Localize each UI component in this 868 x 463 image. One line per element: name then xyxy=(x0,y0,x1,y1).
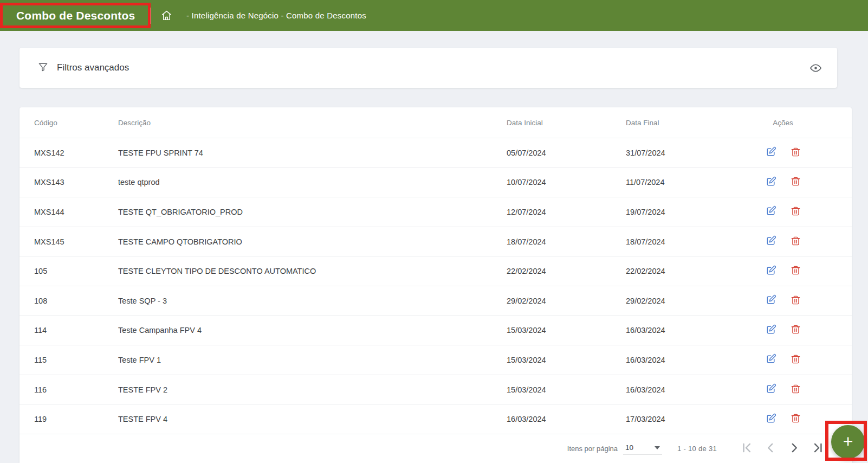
next-page-button[interactable] xyxy=(787,441,801,456)
delete-button[interactable] xyxy=(791,413,801,425)
delete-icon xyxy=(791,384,801,396)
table-row: MXS145 TESTE CAMPO QTOBRIGATORIO 18/07/2… xyxy=(20,227,852,257)
cell-data-inicial: 18/07/2024 xyxy=(507,237,626,246)
delete-button[interactable] xyxy=(791,176,801,188)
pagination-nav xyxy=(740,441,825,456)
cell-codigo: 108 xyxy=(34,297,118,305)
previous-page-button[interactable] xyxy=(763,441,778,456)
cell-descricao: TESTE CAMPO QTOBRIGATORIO xyxy=(118,237,507,246)
next-page-icon xyxy=(787,441,801,456)
cell-codigo: MXS143 xyxy=(34,178,118,187)
edit-button[interactable] xyxy=(766,383,776,396)
items-per-page-value: 10 xyxy=(625,443,633,452)
delete-button[interactable] xyxy=(791,147,801,159)
column-header-descricao: Descrição xyxy=(118,119,507,127)
cell-data-final: 16/03/2024 xyxy=(626,385,729,394)
cell-descricao: Teste SQP - 3 xyxy=(118,297,507,305)
pagination-bar: Itens por página 10 1 - 10 de 31 xyxy=(20,434,852,463)
cell-acoes xyxy=(729,383,837,396)
first-page-button[interactable] xyxy=(740,441,754,456)
cell-data-final: 16/03/2024 xyxy=(626,326,729,335)
edit-button[interactable] xyxy=(766,205,776,218)
cell-codigo: MXS142 xyxy=(34,149,118,157)
cell-descricao: teste qtprod xyxy=(118,178,507,187)
cell-acoes xyxy=(729,176,837,189)
edit-button[interactable] xyxy=(766,324,776,337)
cell-acoes xyxy=(729,205,837,218)
delete-icon xyxy=(791,147,801,159)
page-title: Combo de Descontos xyxy=(16,9,142,22)
column-header-codigo: Código xyxy=(34,119,118,127)
delete-button[interactable] xyxy=(791,236,801,248)
table-row: 116 TESTE FPV 2 15/03/2024 16/03/2024 xyxy=(20,375,852,405)
edit-button[interactable] xyxy=(766,353,776,366)
previous-page-icon xyxy=(763,441,778,456)
cell-codigo: 119 xyxy=(34,415,118,423)
edit-button[interactable] xyxy=(766,176,776,189)
cell-codigo: MXS144 xyxy=(34,208,118,216)
cell-codigo: 115 xyxy=(34,356,118,364)
cell-data-inicial: 16/03/2024 xyxy=(507,415,626,423)
cell-descricao: TESTE CLEYTON TIPO DE DESCONTO AUTOMATIC… xyxy=(118,267,507,275)
delete-icon xyxy=(791,295,801,307)
edit-button[interactable] xyxy=(766,413,776,426)
filters-panel: Filtros avançados xyxy=(20,48,837,88)
delete-icon xyxy=(791,236,801,248)
cell-descricao: Teste Campanha FPV 4 xyxy=(118,326,507,335)
discounts-table: Código Descrição Data Inicial Data Final… xyxy=(20,107,852,463)
delete-button[interactable] xyxy=(791,354,801,366)
edit-button[interactable] xyxy=(766,235,776,248)
delete-icon xyxy=(791,354,801,366)
cell-data-final: 18/07/2024 xyxy=(626,237,729,246)
cell-acoes xyxy=(729,235,837,248)
add-button[interactable]: + xyxy=(831,425,865,459)
cell-data-final: 22/02/2024 xyxy=(626,267,729,275)
edit-button[interactable] xyxy=(766,146,776,159)
cell-descricao: Teste FPV 1 xyxy=(118,356,507,364)
edit-icon xyxy=(766,294,776,307)
last-page-button[interactable] xyxy=(811,441,825,456)
cell-data-inicial: 12/07/2024 xyxy=(507,208,626,216)
delete-button[interactable] xyxy=(791,384,801,396)
eye-icon[interactable] xyxy=(809,62,822,74)
cell-acoes xyxy=(729,265,837,278)
advanced-filters-toggle[interactable]: Filtros avançados xyxy=(38,62,129,74)
breadcrumb: - Inteligência de Negócio - Combo de Des… xyxy=(186,11,366,20)
edit-icon xyxy=(766,265,776,278)
cell-data-inicial: 15/03/2024 xyxy=(507,385,626,394)
table-row: MXS142 TESTE FPU SPRINT 74 05/07/2024 31… xyxy=(20,138,852,168)
cell-acoes xyxy=(729,294,837,307)
edit-button[interactable] xyxy=(766,265,776,278)
edit-icon xyxy=(766,324,776,337)
cell-data-inicial: 15/03/2024 xyxy=(507,356,626,364)
plus-icon: + xyxy=(843,433,853,450)
items-per-page-select[interactable]: 10 xyxy=(623,442,662,454)
delete-button[interactable] xyxy=(791,324,801,336)
delete-button[interactable] xyxy=(791,265,801,277)
items-per-page-label: Itens por página xyxy=(567,445,618,453)
cell-data-inicial: 22/02/2024 xyxy=(507,267,626,275)
table-row: 115 Teste FPV 1 15/03/2024 16/03/2024 xyxy=(20,345,852,375)
edit-icon xyxy=(766,383,776,396)
delete-button[interactable] xyxy=(791,295,801,307)
edit-button[interactable] xyxy=(766,294,776,307)
cell-acoes xyxy=(729,413,837,426)
advanced-filters-label: Filtros avançados xyxy=(57,62,129,73)
delete-icon xyxy=(791,265,801,277)
cell-data-inicial: 15/03/2024 xyxy=(507,326,626,335)
delete-icon xyxy=(791,413,801,425)
table-row: MXS144 TESTE QT_OBRIGATORIO_PROD 12/07/2… xyxy=(20,197,852,227)
edit-icon xyxy=(766,413,776,426)
cell-acoes xyxy=(729,146,837,159)
table-row: 108 Teste SQP - 3 29/02/2024 29/02/2024 xyxy=(20,286,852,316)
edit-icon xyxy=(766,205,776,218)
home-icon[interactable] xyxy=(161,10,172,21)
delete-button[interactable] xyxy=(791,206,801,218)
table-row: 114 Teste Campanha FPV 4 15/03/2024 16/0… xyxy=(20,316,852,346)
cell-data-final: 29/02/2024 xyxy=(626,297,729,305)
table-row: 119 TESTE FPV 4 16/03/2024 17/03/2024 xyxy=(20,404,852,434)
chevron-down-icon xyxy=(655,446,660,449)
filter-funnel-icon xyxy=(38,62,48,74)
cell-codigo: 105 xyxy=(34,267,118,275)
table-row: MXS143 teste qtprod 10/07/2024 11/07/202… xyxy=(20,168,852,198)
